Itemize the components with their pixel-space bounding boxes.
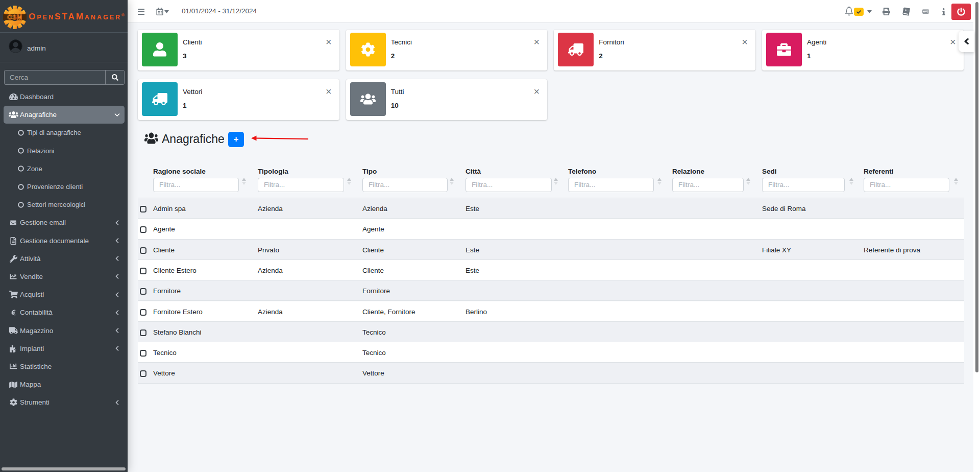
svg-text:OSM: OSM xyxy=(7,14,22,21)
